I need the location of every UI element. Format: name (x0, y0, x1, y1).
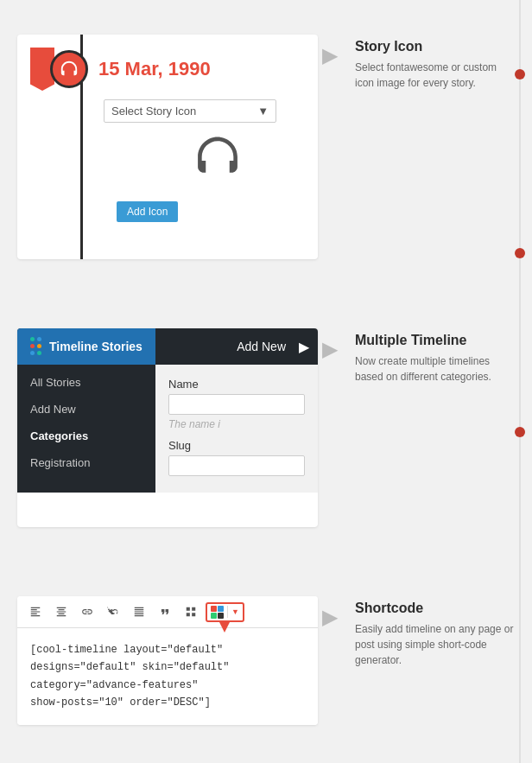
icon-selector-area: Select Story Icon ▼ Add Icon (104, 99, 305, 222)
page-wrapper: 15 Mar, 1990 Select Story Icon ▼ Add Ico… (0, 0, 532, 763)
arrow-connector-1: ▶ (318, 43, 338, 67)
form-slug-label: Slug (168, 439, 305, 452)
sidebar-item-registration[interactable]: Registration (17, 449, 155, 476)
shortcode-text: [cool-timeline layout="default" designs=… (30, 641, 305, 712)
sidebar-item-categories[interactable]: Categories (17, 423, 155, 449)
nav-dot-3[interactable] (515, 427, 525, 437)
side-nav (515, 0, 525, 763)
dot-pink-1 (30, 344, 35, 348)
icon-select-dropdown[interactable]: Select Story Icon ▼ (104, 99, 276, 123)
link-button[interactable] (76, 601, 98, 622)
svg-marker-0 (218, 620, 231, 633)
shortcode-card: ▼ [cool-timeline layout="default" design… (17, 596, 318, 725)
arrow-connector-2: ▶ (318, 337, 338, 361)
gc-green (211, 613, 217, 619)
gc-blue (218, 606, 224, 612)
add-new-label[interactable]: Add New (224, 331, 299, 362)
red-arrow-pointer (218, 620, 231, 636)
side-nav-line (519, 0, 521, 763)
dot-teal-2 (37, 351, 41, 355)
story-icon-description: Select fontawesome or custom icon image … (355, 60, 515, 91)
menu-label: Timeline Stories (49, 340, 142, 353)
headphone-circle-icon (50, 50, 88, 88)
dot-teal-1 (30, 337, 35, 341)
dot-yellow-1 (37, 344, 41, 348)
add-icon-button[interactable]: Add Icon (117, 201, 178, 222)
shortcode-label: Shortcode Easily add timeline on any pag… (355, 596, 515, 668)
toolbar-row: ▼ (17, 596, 318, 628)
sidebar-item-all-stories[interactable]: All Stories (17, 369, 155, 396)
multiple-timeline-label: Multiple Timeline Now create multiple ti… (355, 328, 515, 385)
wp-admin-bar: Timeline Stories Add New ▶ (17, 328, 318, 365)
gc-red (211, 606, 217, 612)
arrow-right-icon-2: ▶ (322, 337, 338, 361)
story-icon-section: 15 Mar, 1990 Select Story Icon ▼ Add Ico… (17, 35, 515, 259)
form-name-input[interactable] (168, 394, 305, 415)
multiple-timeline-title: Multiple Timeline (355, 333, 515, 348)
shortcode-section: ▼ [cool-timeline layout="default" design… (17, 596, 515, 725)
wp-menu-item[interactable]: Timeline Stories (17, 328, 155, 365)
form-name-label: Name (168, 378, 305, 391)
shortcode-content: [cool-timeline layout="default" designs=… (17, 628, 318, 725)
align-left-button[interactable] (24, 601, 47, 622)
timeline-card: Timeline Stories Add New ▶ All Stories A… (17, 328, 318, 527)
dropdown-arrow-icon: ▼ (257, 105, 269, 118)
dot-blue-2 (30, 351, 35, 355)
wp-sidebar: All Stories Add New Categories Registrat… (17, 365, 155, 493)
icon-select-label: Select Story Icon (111, 105, 196, 118)
divider (227, 606, 228, 618)
nav-dot-2[interactable] (515, 248, 525, 258)
grid-button[interactable] (180, 601, 202, 622)
nav-dot-1[interactable] (515, 69, 525, 79)
wp-main-form: Name The name i Slug (155, 365, 318, 493)
dot-blue-1 (37, 337, 41, 341)
headphones-display (104, 133, 305, 191)
shortcode-title: Shortcode (355, 601, 515, 616)
shortcode-grid-icon (211, 606, 224, 619)
multiple-timeline-description: Now create multiple timelines based on d… (355, 353, 515, 385)
form-slug-input[interactable] (168, 455, 305, 476)
arrow-right-icon: ▶ (322, 43, 338, 67)
dot-grid (30, 337, 42, 356)
unlink-button[interactable] (102, 601, 124, 622)
card-header: 15 Mar, 1990 (30, 48, 305, 91)
quote-button[interactable] (154, 601, 176, 622)
sidebar-item-add-new[interactable]: Add New (17, 396, 155, 423)
shortcode-highlight-button[interactable]: ▼ (206, 602, 244, 622)
multiple-timeline-section: Timeline Stories Add New ▶ All Stories A… (17, 328, 515, 527)
menu-arrow-icon: ▶ (299, 339, 309, 355)
table-button[interactable] (128, 601, 150, 622)
story-icon-title: Story Icon (355, 39, 515, 54)
form-hint: The name i (168, 418, 305, 430)
arrow-right-icon-3: ▶ (322, 605, 338, 629)
align-center-button[interactable] (50, 601, 73, 622)
shortcode-arrow-down-icon: ▼ (231, 607, 239, 616)
story-icon-card: 15 Mar, 1990 Select Story Icon ▼ Add Ico… (17, 35, 318, 259)
gc-dark (218, 613, 224, 619)
wp-content: All Stories Add New Categories Registrat… (17, 365, 318, 493)
timeline-date: 15 Mar, 1990 (98, 58, 211, 80)
plugin-icon (30, 337, 42, 356)
shortcode-description: Easily add timeline on any page or post … (355, 621, 515, 668)
arrow-connector-3: ▶ (318, 605, 338, 629)
story-icon-label: Story Icon Select fontawesome or custom … (355, 35, 515, 91)
